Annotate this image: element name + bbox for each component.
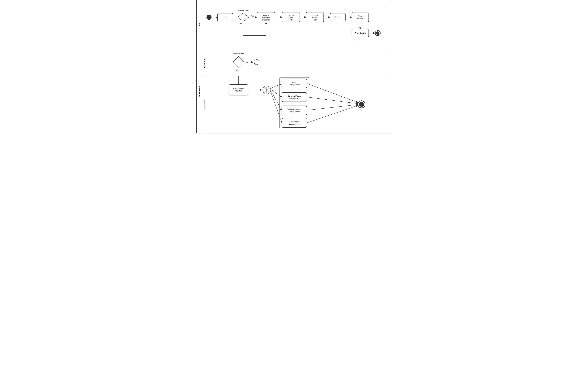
dynamic-pages-label2: Management bbox=[289, 97, 300, 99]
admin-gateway-label: Administrador bbox=[233, 53, 244, 55]
administrator-sub-lane-content: CMS Control Activities bbox=[207, 76, 392, 133]
cms-label1: CMS Control bbox=[233, 87, 244, 89]
svg-line-26 bbox=[271, 84, 282, 88]
bacpp-sub-lane-label: BacPP Portal bbox=[202, 50, 207, 76]
choose-output-label3: Form bbox=[313, 19, 317, 21]
dynamic-pages-task bbox=[282, 92, 307, 102]
user-swim-lane: User Login commom user? Yes No bbox=[196, 0, 392, 50]
user-lane-content: Login commom user? Yes No Enter a Nucleo… bbox=[202, 0, 392, 50]
enter-seq-label2: Nucleotide bbox=[262, 17, 270, 19]
python-programs-task bbox=[282, 106, 307, 115]
cms-label2: Activities bbox=[235, 90, 242, 92]
choose-sigma-label1: Choose bbox=[288, 15, 294, 17]
show-results-label1: Show bbox=[358, 15, 363, 17]
svg-line-32 bbox=[307, 97, 357, 104]
bacpp-portal-label: BacPP Portal bbox=[196, 50, 202, 133]
python-programs-label2: Management bbox=[289, 110, 300, 113]
gateway1 bbox=[238, 13, 249, 21]
user-mgmt-label2: Management bbox=[289, 84, 300, 86]
svg-line-31 bbox=[307, 83, 357, 102]
enter-seq-label1: Enter a bbox=[263, 15, 269, 17]
user-mgmt-label1: User bbox=[292, 81, 296, 83]
user-lane-svg: Login commom user? Yes No Enter a Nucleo… bbox=[203, 3, 390, 47]
dynamic-pages-label1: Dynamic Pages bbox=[288, 95, 301, 97]
administrator-sub-lane-label: Administrator bbox=[202, 76, 207, 133]
login-label: Login bbox=[223, 16, 227, 18]
bacpp-sub-lane: BacPP Portal Administrador No bbox=[202, 50, 392, 76]
gateway1-label: commom user? bbox=[238, 10, 248, 11]
bacpp-sub-svg: Administrador No Yes bbox=[207, 50, 392, 76]
admin-gateway bbox=[233, 56, 244, 68]
bacpp-sub-lane-content: Administrador No Yes bbox=[207, 50, 392, 76]
user-mgmt-task bbox=[282, 79, 307, 88]
choose-output-label1: Choose bbox=[312, 15, 318, 17]
admin-lanes: BacPP Portal Administrador No bbox=[202, 50, 392, 133]
diagram-container: User Login commom user? Yes No bbox=[196, 0, 392, 133]
end-event-inner bbox=[376, 32, 379, 35]
administrator-sub-svg: CMS Control Activities bbox=[207, 76, 392, 133]
enter-seq-label3: Sequence bbox=[262, 19, 270, 21]
admin-yes-label: Yes bbox=[235, 70, 238, 71]
svg-line-33 bbox=[307, 105, 357, 110]
user-lane-label: User bbox=[196, 0, 202, 50]
help-items-label2: Management bbox=[289, 123, 300, 125]
choose-sigma-label3: Factor bbox=[288, 19, 293, 21]
yes-label: Yes bbox=[251, 15, 254, 17]
execute-label: Execute bbox=[334, 16, 341, 18]
choose-output-label2: Output bbox=[312, 17, 317, 19]
start-event bbox=[206, 15, 211, 20]
save-results-label: Save Results bbox=[355, 32, 366, 34]
show-results-label2: Results bbox=[357, 17, 363, 20]
svg-line-34 bbox=[307, 106, 357, 123]
help-items-label1: Help Items bbox=[290, 121, 299, 123]
no-end-event bbox=[254, 59, 259, 65]
help-items-task bbox=[282, 118, 307, 128]
end-event-admin-inner bbox=[359, 102, 364, 107]
no-label: No bbox=[240, 22, 242, 24]
choose-sigma-label2: Sigma bbox=[288, 17, 293, 19]
python-programs-label1: Python Programs bbox=[287, 108, 301, 110]
svg-line-27 bbox=[271, 89, 282, 97]
admin-swim-lane: BacPP Portal BacPP Portal Administrador bbox=[196, 50, 392, 133]
admin-no-label: No bbox=[246, 61, 248, 63]
administrator-sub-lane: Administrator CMS Control bbox=[202, 76, 392, 133]
